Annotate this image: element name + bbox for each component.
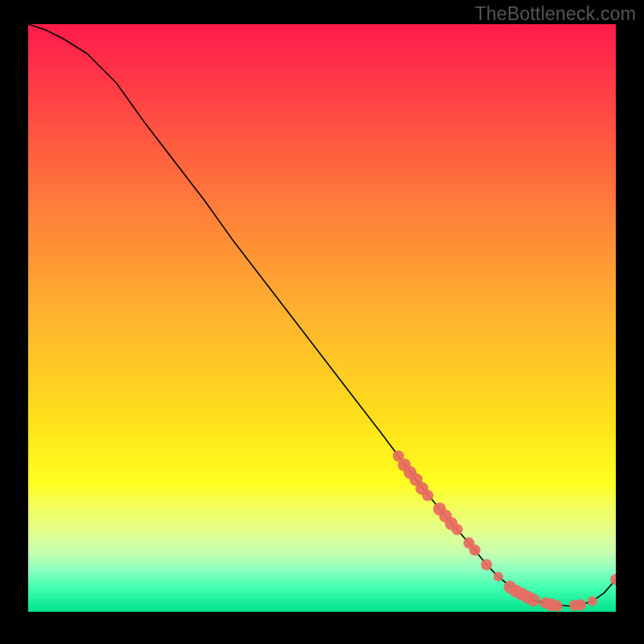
marker-point [469,544,481,555]
bottleneck-curve [28,24,616,606]
marker-point [551,601,563,612]
marker-point [610,574,616,585]
marker-point [493,572,503,581]
marker-point [588,597,597,606]
chart-overlay [28,24,616,612]
plot-area [28,24,616,616]
marker-point [422,489,433,501]
marker-point [452,524,463,535]
highlighted-points [393,451,616,612]
marker-point [527,593,540,606]
marker-point [575,599,586,610]
marker-point [481,559,492,571]
watermark-text: TheBottleneck.com [475,3,636,25]
chart-frame: TheBottleneck.com [0,0,644,644]
